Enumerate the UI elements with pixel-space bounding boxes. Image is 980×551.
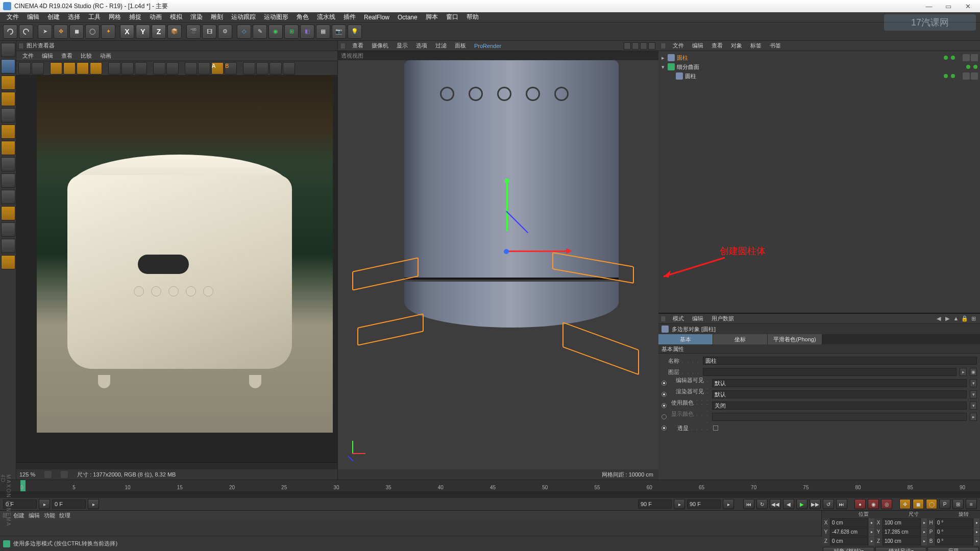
editor-vis-dot[interactable] — [966, 65, 970, 69]
phong-tag-icon[interactable] — [963, 72, 970, 80]
render-view[interactable]: 🎬 — [186, 24, 201, 39]
uv-point-mode[interactable] — [1, 173, 15, 188]
menu-help[interactable]: 帮助 — [463, 12, 482, 22]
pv-layout-2[interactable] — [166, 62, 179, 74]
attr-showcol-picker[interactable]: ▸ — [970, 413, 977, 421]
pv-menu-file[interactable]: 文件 — [19, 51, 37, 61]
attr-usecol-field[interactable]: 关闭 — [712, 402, 967, 410]
vp-nav-4[interactable] — [648, 42, 655, 49]
axis-mode[interactable] — [1, 157, 15, 171]
render-vis-dot[interactable] — [951, 56, 955, 60]
pv-layout-1[interactable] — [153, 62, 165, 74]
menu-sculpt[interactable]: 雕刻 — [207, 12, 227, 22]
menu-tools[interactable]: 工具 — [85, 12, 104, 22]
maximize-button[interactable]: ▭ — [939, 2, 958, 11]
tl-current-field[interactable]: 0 F — [52, 499, 86, 509]
editor-vis-dot[interactable] — [944, 56, 948, 60]
vp-prorender[interactable]: ProRender — [471, 42, 504, 50]
tl-end-step[interactable]: ▸ — [674, 499, 685, 509]
phong-tag-icon[interactable] — [963, 54, 970, 61]
pv-play[interactable] — [61, 471, 68, 478]
tag-icon[interactable] — [971, 54, 978, 61]
pv-save[interactable] — [32, 62, 44, 74]
tl-loop[interactable]: ↻ — [756, 499, 768, 509]
scale-tool[interactable]: ◼ — [69, 24, 84, 39]
pv-filter-4[interactable] — [283, 62, 295, 74]
om-menu-bookmarks[interactable]: 书签 — [767, 41, 784, 51]
obj-row-cylinder-1[interactable]: ▸ 圆柱 — [660, 53, 978, 62]
attr-rnvis-field[interactable]: 默认 — [712, 390, 967, 398]
vp-nav-2[interactable] — [632, 42, 639, 49]
am-nav-back[interactable]: ◀ — [935, 315, 942, 322]
attr-layer-field[interactable] — [703, 368, 957, 376]
environment[interactable]: ▦ — [316, 24, 330, 39]
coord-rot-b[interactable]: 0 ° — [935, 537, 973, 545]
spline-pen[interactable]: ✎ — [253, 24, 267, 39]
tl-end2-step[interactable]: ▸ — [723, 499, 734, 509]
viewport-canvas[interactable] — [338, 60, 658, 469]
attr-tab-coord[interactable]: 坐标 — [713, 334, 767, 344]
om-menu-edit[interactable]: 编辑 — [689, 41, 706, 51]
pv-open[interactable] — [18, 62, 31, 74]
attr-xray-checkbox[interactable] — [713, 425, 718, 431]
pv-menu-compare[interactable]: 比较 — [78, 51, 95, 61]
tl-keysel[interactable]: ◎ — [881, 499, 892, 509]
pv-filter-2[interactable] — [256, 62, 268, 74]
pv-b[interactable]: B — [225, 62, 237, 74]
coord-rot-p[interactable]: 0 ° — [935, 528, 973, 536]
pv-zoom-stepper[interactable] — [44, 471, 52, 478]
menu-window[interactable]: 窗口 — [443, 12, 462, 22]
workplane-mode[interactable] — [1, 92, 15, 106]
coord-pos-y[interactable]: -47.628 cm — [830, 528, 868, 536]
menu-render[interactable]: 渲染 — [187, 12, 206, 22]
axis-gizmo[interactable] — [506, 231, 507, 232]
pv-channel-1[interactable] — [50, 62, 62, 74]
coord-apply-button[interactable]: 应用 — [927, 547, 979, 551]
coord-size-dropdown[interactable]: 绝对尺寸 ▾ — [875, 547, 927, 551]
attr-name-field[interactable]: 圆柱 — [703, 357, 977, 365]
menu-mograph[interactable]: 运动图形 — [260, 12, 292, 22]
axis-y-lock[interactable]: Y — [136, 24, 150, 39]
menu-tracker[interactable]: 运动跟踪 — [228, 12, 259, 22]
mat-menu-function[interactable]: 功能 — [44, 512, 55, 519]
coord-system[interactable]: 📦 — [167, 24, 182, 39]
coord-size-x[interactable]: 100 cm — [883, 518, 921, 527]
uv-poly-mode[interactable] — [1, 190, 15, 204]
pv-a[interactable]: A — [211, 62, 224, 74]
attr-rnvis-radio[interactable] — [662, 392, 667, 397]
pv-scrollbar[interactable] — [16, 462, 337, 469]
tl-play[interactable]: ▶ — [796, 499, 807, 509]
tl-options[interactable]: ≡ — [966, 499, 977, 509]
attr-showcol-swatch[interactable] — [712, 413, 967, 421]
pv-ab-3[interactable] — [135, 62, 147, 74]
tl-autokey[interactable]: ◉ — [868, 499, 879, 509]
obj-row-cylinder-2[interactable]: 圆柱 — [660, 71, 978, 81]
object-tree[interactable]: ▸ 圆柱 ▾ 细分曲面 — [658, 51, 980, 313]
attr-edvis-radio[interactable] — [662, 381, 667, 386]
tl-goto-end[interactable]: ⏭ — [836, 499, 847, 509]
tl-cur-step[interactable]: ▸ — [88, 499, 99, 509]
pv-menu-anim[interactable]: 动画 — [97, 51, 114, 61]
obj-row-sds[interactable]: ▾ 细分曲面 — [660, 62, 978, 71]
tl-end-field[interactable]: 90 F — [638, 499, 672, 509]
light[interactable]: 💡 — [348, 24, 362, 39]
menu-simulate[interactable]: 模拟 — [166, 12, 186, 22]
menu-snap[interactable]: 捕捉 — [126, 12, 145, 22]
point-mode[interactable] — [1, 108, 15, 122]
menu-select[interactable]: 选择 — [64, 12, 84, 22]
tl-rot-key[interactable]: ◯ — [926, 499, 937, 509]
snap-toggle[interactable] — [1, 222, 15, 237]
pv-filter-3[interactable] — [270, 62, 282, 74]
attr-usecol-radio[interactable] — [662, 403, 667, 408]
mat-menu-texture[interactable]: 纹理 — [59, 512, 70, 519]
tl-prev-key[interactable]: ◀◀ — [770, 499, 781, 509]
tl-end2-field[interactable]: 90 F — [687, 499, 721, 509]
rotate-tool[interactable]: ◯ — [85, 24, 100, 39]
render-vis-dot[interactable] — [951, 74, 955, 78]
coord-mode-dropdown[interactable]: 对象 (相对) ▾ — [823, 547, 874, 551]
axis-x-lock[interactable]: X — [120, 24, 134, 39]
menu-create[interactable]: 创建 — [44, 12, 63, 22]
redo-button[interactable] — [19, 24, 33, 39]
coord-pos-x[interactable]: 0 cm — [830, 518, 868, 527]
pv-menu-edit[interactable]: 编辑 — [39, 51, 56, 61]
